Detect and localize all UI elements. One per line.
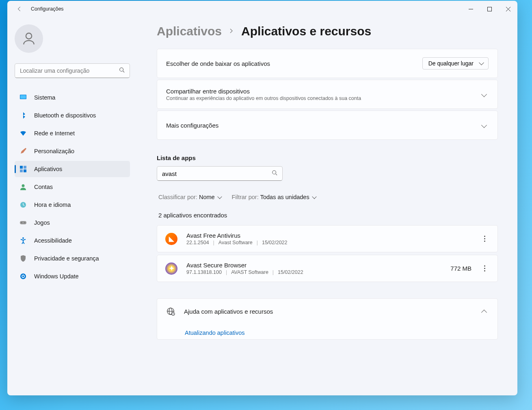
- more-settings-card[interactable]: Mais configurações: [157, 111, 498, 140]
- app-row[interactable]: ◣Avast Free Antivirus22.1.2504|Avast Sof…: [157, 225, 498, 252]
- body: SistemaBluetooth e dispositivosRede e In…: [7, 17, 517, 395]
- filter-by[interactable]: Filtrar por: Todas as unidades: [232, 194, 316, 200]
- svg-point-17: [24, 222, 25, 223]
- svg-rect-9: [20, 166, 23, 169]
- app-meta: 97.1.13818.100|AVAST Software|15/02/2022: [186, 269, 450, 275]
- help-card: Ajuda com aplicativos e recursos Atualiz…: [157, 298, 498, 340]
- sidebar-item-gamepad[interactable]: Jogos: [15, 215, 130, 231]
- sidebar-item-person[interactable]: Contas: [15, 179, 130, 195]
- svg-rect-11: [20, 169, 23, 172]
- svg-point-18: [22, 237, 24, 239]
- avatar[interactable]: [15, 24, 43, 53]
- svg-rect-10: [24, 166, 26, 169]
- arrow-left-icon: [17, 6, 22, 12]
- svg-point-4: [26, 33, 32, 39]
- share-devices-sub: Continuar as experiências do aplicativo …: [166, 95, 361, 101]
- settings-search[interactable]: [15, 63, 130, 78]
- svg-point-20: [272, 171, 276, 174]
- shield-icon: [19, 255, 27, 262]
- sidebar-item-label: Contas: [34, 184, 53, 190]
- clock-icon: [19, 201, 27, 208]
- breadcrumb-parent[interactable]: Aplicativos: [157, 24, 222, 38]
- chevron-up-icon: [481, 310, 487, 315]
- help-header[interactable]: Ajuda com aplicativos e recursos: [157, 299, 497, 324]
- window-title: Configurações: [31, 6, 64, 12]
- page-title: Aplicativos e recursos: [241, 24, 371, 38]
- window-controls: [461, 1, 517, 17]
- svg-point-19: [20, 273, 26, 279]
- svg-line-21: [276, 174, 277, 176]
- update-icon: [19, 273, 27, 280]
- breadcrumb: Aplicativos Aplicativos e recursos: [157, 24, 498, 38]
- sidebar-item-label: Rede e Internet: [34, 130, 75, 137]
- app-name: Avast Free Antivirus: [186, 232, 480, 239]
- chevron-right-icon: [229, 28, 234, 35]
- sidebar-item-apps[interactable]: Aplicativos: [15, 161, 130, 177]
- sidebar-item-label: Acessibilidade: [34, 237, 72, 244]
- app-info: Avast Free Antivirus22.1.2504|Avast Soft…: [186, 232, 480, 245]
- sidebar-item-label: Windows Update: [34, 273, 79, 280]
- sort-by[interactable]: Classificar por: Nome: [158, 194, 221, 200]
- sidebar-item-bluetooth[interactable]: Bluetooth e dispositivos: [15, 107, 130, 124]
- app-icon: ✦: [165, 262, 177, 275]
- app-icon: ◣: [165, 233, 177, 245]
- settings-window: Configurações SistemaBlueto: [7, 1, 517, 395]
- sidebar-item-label: Bluetooth e dispositivos: [34, 112, 96, 119]
- person-icon: [21, 31, 37, 46]
- sidebar-item-label: Personalização: [34, 148, 74, 154]
- apps-count: 2 aplicativos encontrados: [157, 212, 498, 219]
- sidebar-item-label: Sistema: [34, 94, 55, 101]
- nav: SistemaBluetooth e dispositivosRede e In…: [15, 89, 130, 284]
- back-button[interactable]: [15, 5, 24, 13]
- chevron-down-icon: [481, 91, 487, 97]
- app-info: Avast Secure Browser97.1.13818.100|AVAST…: [186, 262, 450, 275]
- sidebar-item-monitor[interactable]: Sistema: [15, 89, 130, 106]
- sidebar: SistemaBluetooth e dispositivosRede e In…: [7, 17, 137, 395]
- main-content: Aplicativos Aplicativos e recursos Escol…: [137, 17, 517, 395]
- svg-rect-8: [20, 95, 26, 99]
- help-link-updating[interactable]: Atualizando aplicativos: [157, 324, 497, 339]
- sidebar-item-brush[interactable]: Personalização: [15, 143, 130, 159]
- minimize-icon: [469, 7, 473, 11]
- settings-search-input[interactable]: [20, 67, 119, 74]
- maximize-button[interactable]: [480, 1, 499, 17]
- svg-rect-12: [24, 169, 26, 172]
- share-devices-label: Compartilhar entre dispositivos: [166, 88, 361, 95]
- app-source-dropdown[interactable]: De qualquer lugar: [422, 57, 489, 69]
- sidebar-item-accessibility[interactable]: Acessibilidade: [15, 232, 130, 249]
- apps-search-input[interactable]: [162, 170, 272, 177]
- sidebar-item-label: Privacidade e segurança: [34, 255, 99, 262]
- minimize-button[interactable]: [461, 1, 480, 17]
- person-icon: [19, 183, 27, 191]
- svg-rect-1: [487, 7, 491, 11]
- close-icon: [506, 7, 510, 11]
- sidebar-item-wifi[interactable]: Rede e Internet: [15, 125, 130, 141]
- accessibility-icon: [19, 237, 27, 244]
- app-row[interactable]: ✦Avast Secure Browser97.1.13818.100|AVAS…: [157, 255, 498, 282]
- share-devices-card[interactable]: Compartilhar entre dispositivos Continua…: [157, 80, 498, 109]
- app-list: ◣Avast Free Antivirus22.1.2504|Avast Sof…: [157, 225, 498, 282]
- svg-point-5: [120, 68, 123, 72]
- bluetooth-icon: [19, 112, 27, 119]
- svg-rect-15: [20, 221, 26, 224]
- maximize-icon: [487, 7, 492, 11]
- filters: Classificar por: Nome Filtrar por: Todas…: [157, 194, 498, 200]
- globe-icon: [166, 307, 175, 316]
- app-source-label: Escolher de onde baixar os aplicativos: [166, 60, 270, 67]
- sidebar-item-shield[interactable]: Privacidade e segurança: [15, 250, 130, 267]
- sidebar-item-label: Hora e idioma: [34, 202, 71, 208]
- sidebar-item-label: Aplicativos: [34, 166, 62, 172]
- more-settings-label: Mais configurações: [166, 122, 218, 129]
- app-more-button[interactable]: [480, 233, 489, 244]
- search-icon: [272, 170, 277, 177]
- apps-list-heading: Lista de apps: [157, 154, 498, 161]
- search-icon: [119, 67, 125, 74]
- app-more-button[interactable]: [480, 263, 489, 274]
- chevron-down-icon: [217, 194, 222, 199]
- gamepad-icon: [19, 219, 27, 226]
- sidebar-item-clock[interactable]: Hora e idioma: [15, 197, 130, 213]
- close-button[interactable]: [499, 1, 517, 17]
- titlebar: Configurações: [7, 1, 517, 17]
- apps-search[interactable]: [157, 166, 283, 181]
- sidebar-item-update[interactable]: Windows Update: [15, 268, 130, 284]
